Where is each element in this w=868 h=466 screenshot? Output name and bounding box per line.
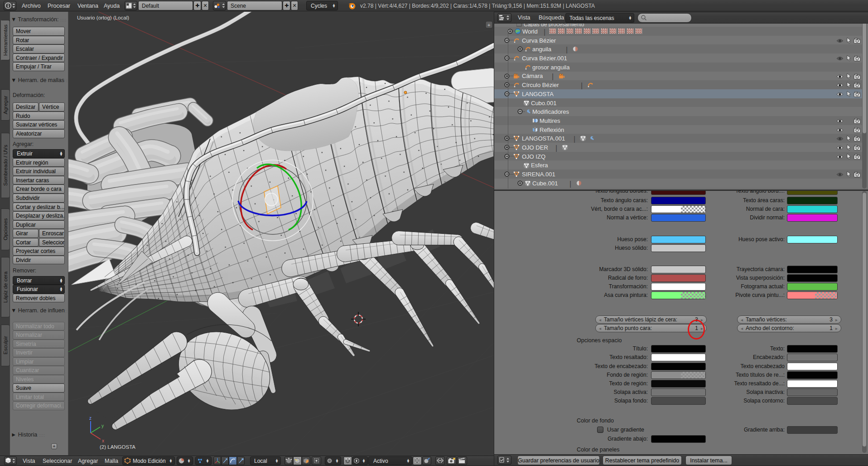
svg-text:Usuario (ortog) (Local): Usuario (ortog) (Local)	[77, 15, 129, 20]
svg-text:y: y	[101, 423, 104, 428]
svg-text:z: z	[89, 416, 92, 421]
svg-text:+: +	[487, 22, 490, 28]
svg-text:x: x	[102, 438, 104, 443]
svg-text:(2) LANGOSTA: (2) LANGOSTA	[100, 444, 135, 450]
